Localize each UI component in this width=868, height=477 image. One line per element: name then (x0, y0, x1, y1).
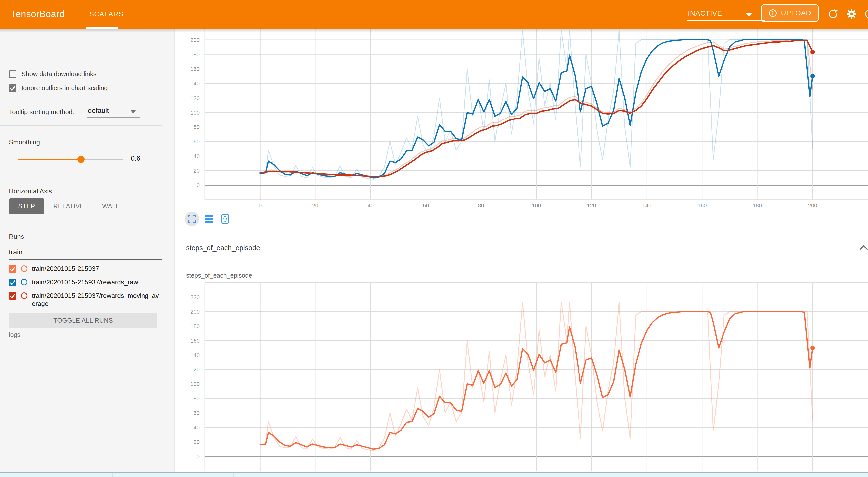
smoothing-slider-fill (18, 159, 81, 160)
svg-text:60: 60 (194, 410, 200, 416)
svg-text:180: 180 (753, 202, 762, 209)
strip-divider (112, 473, 113, 477)
svg-text:120: 120 (190, 367, 200, 373)
upload-button[interactable]: UPLOAD (761, 4, 818, 22)
toggle-all-runs-button[interactable]: TOGGLE ALL RUNS (9, 313, 157, 327)
run-checkbox[interactable] (9, 279, 17, 286)
input-underline (131, 166, 162, 166)
status-dropdown[interactable]: INACTIVE (687, 7, 765, 22)
svg-text:160: 160 (190, 66, 200, 72)
input-underline (9, 259, 162, 260)
caret-down-icon[interactable] (130, 110, 136, 113)
app-header: TensorBoard SCALARS INACTIVE UPLOAD (0, 0, 868, 29)
run-filter-input[interactable] (9, 248, 161, 256)
section-header-steps-of-each-episode[interactable]: steps_of_each_episode (175, 237, 868, 260)
svg-text:100: 100 (190, 381, 200, 387)
view-data-icon[interactable] (205, 214, 214, 224)
tooltip-sorting-select[interactable]: default (88, 106, 109, 115)
haxis-option-wall[interactable]: WALL (93, 198, 128, 214)
svg-text:100: 100 (190, 109, 200, 116)
smoothing-slider[interactable] (18, 159, 123, 160)
divider (0, 177, 162, 177)
tab-active-underline (86, 27, 118, 29)
smoothing-label: Smoothing (9, 138, 40, 146)
svg-text:180: 180 (190, 52, 200, 58)
expand-chart-button[interactable] (185, 212, 199, 226)
svg-text:200: 200 (190, 37, 200, 43)
svg-text:60: 60 (423, 202, 429, 209)
section-title: steps_of_each_episode (186, 244, 260, 252)
svg-text:40: 40 (368, 202, 374, 209)
svg-text:0: 0 (197, 453, 200, 459)
run-checkbox[interactable] (9, 265, 17, 273)
select-underline (87, 117, 140, 118)
svg-text:140: 140 (190, 352, 200, 358)
upload-label: UPLOAD (781, 9, 811, 17)
info-circle-icon (768, 9, 777, 18)
checkbox-unchecked[interactable] (9, 70, 17, 78)
svg-text:160: 160 (190, 338, 200, 344)
chevron-up-icon[interactable] (859, 245, 868, 251)
run-row[interactable]: train/20201015-215937 (9, 265, 162, 273)
svg-text:0: 0 (197, 182, 200, 188)
svg-text:80: 80 (194, 124, 200, 130)
haxis-option-step[interactable]: STEP (9, 198, 44, 214)
charts-area: 0204060801001201401601802000204060801001… (175, 29, 868, 477)
bottom-status-strip (0, 472, 868, 477)
scalar-chart-steps[interactable]: 020406080100120140160180200220 (190, 282, 868, 477)
checkbox-label: Ignore outliers in chart scaling (22, 84, 107, 92)
run-label: train/20201015-215937/rewards_moving_ave… (32, 292, 162, 308)
tab-scalars[interactable]: SCALARS (86, 0, 127, 29)
run-label: train/20201015-215937 (32, 265, 162, 273)
svg-text:220: 220 (190, 294, 200, 300)
strip-divider (234, 473, 234, 477)
svg-text:140: 140 (190, 80, 200, 87)
run-row[interactable]: train/20201015-215937/rewards_raw (9, 278, 162, 286)
status-underline (687, 21, 765, 21)
app-title: TensorBoard (11, 9, 65, 20)
svg-text:20: 20 (312, 202, 318, 209)
chart-title: steps_of_each_episode (186, 272, 252, 279)
svg-text:200: 200 (190, 309, 200, 315)
svg-text:200: 200 (808, 202, 817, 209)
tooltip-sorting-label: Tooltip sorting method: (9, 108, 74, 116)
runs-footer-label: logs (9, 331, 21, 338)
chart-toolbar (185, 211, 230, 227)
svg-text:80: 80 (194, 395, 200, 402)
svg-text:0: 0 (258, 202, 261, 209)
svg-text:140: 140 (642, 202, 651, 209)
checkbox-label: Show data download links (22, 70, 97, 78)
svg-text:180: 180 (190, 323, 200, 329)
checkbox-row[interactable]: Show data download links (9, 70, 97, 78)
status-value: INACTIVE (688, 9, 722, 18)
horizontal-axis-toggle: STEPRELATIVEWALL (9, 198, 128, 214)
haxis-option-relative[interactable]: RELATIVE (44, 198, 93, 214)
checkbox-checked[interactable] (9, 84, 17, 92)
svg-text:20: 20 (194, 439, 200, 445)
runs-heading: Runs (9, 233, 24, 241)
divider (0, 226, 162, 226)
checkbox-row[interactable]: Ignore outliers in chart scaling (9, 84, 107, 92)
svg-text:40: 40 (194, 424, 200, 431)
run-color-radio[interactable] (21, 279, 27, 285)
fullscreen-icon (187, 214, 196, 223)
svg-text:60: 60 (194, 138, 200, 145)
refresh-icon[interactable] (828, 8, 839, 20)
smoothing-value-input[interactable] (131, 155, 162, 162)
smoothing-slider-knob[interactable] (78, 156, 85, 163)
scalar-chart-rewards[interactable]: 0204060801001201401601802000204060801001… (190, 29, 868, 227)
run-color-radio[interactable] (21, 292, 27, 299)
run-checkbox[interactable] (9, 292, 17, 299)
fit-domain-icon[interactable] (220, 213, 230, 224)
run-list: train/20201015-215937train/20201015-2159… (9, 265, 162, 313)
run-color-radio[interactable] (21, 265, 27, 272)
run-row[interactable]: train/20201015-215937/rewards_moving_ave… (9, 292, 162, 308)
svg-text:100: 100 (532, 202, 541, 209)
svg-text:120: 120 (190, 95, 200, 101)
tensorboard-app: TensorBoard SCALARS INACTIVE UPLOAD (0, 0, 868, 477)
help-circle-icon[interactable] (864, 8, 868, 20)
horizontal-axis-label: Horizontal Axis (9, 187, 52, 195)
svg-text:120: 120 (587, 202, 596, 209)
svg-text:80: 80 (478, 202, 484, 209)
gear-icon[interactable] (846, 8, 857, 20)
